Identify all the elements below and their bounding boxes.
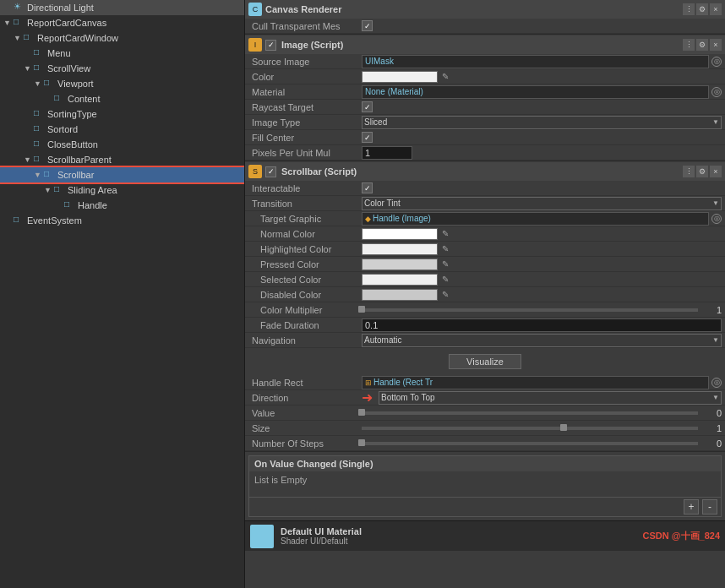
navigation-arrow: ▼ bbox=[712, 336, 719, 344]
raycast-row: Raycast Target bbox=[245, 100, 725, 115]
target-graphic-field[interactable]: ◆ Handle (Image) bbox=[362, 212, 709, 226]
direction-arrow-indicator: ➜ bbox=[362, 389, 373, 406]
image-enabled-checkbox[interactable] bbox=[265, 40, 276, 51]
canvas-renderer-icon: C bbox=[248, 3, 262, 16]
tree-item-sorting-type[interactable]: □SortingType bbox=[0, 106, 244, 122]
size-slider[interactable] bbox=[362, 427, 698, 430]
image-type-value: Sliced bbox=[364, 117, 387, 127]
scrollbar-script-menu-btn[interactable]: ⋮ bbox=[683, 166, 695, 177]
target-graphic-row: Target Graphic ◆ Handle (Image) ◎ bbox=[245, 211, 725, 226]
tree-item-event-system[interactable]: □EventSystem bbox=[0, 213, 244, 228]
event-remove-button[interactable]: - bbox=[702, 499, 717, 514]
navigation-dropdown[interactable]: Automatic ▼ bbox=[362, 334, 722, 347]
size-row: Size 1 bbox=[245, 421, 725, 436]
size-slider-container: 1 bbox=[362, 423, 722, 433]
disabled-color-swatch[interactable] bbox=[362, 289, 438, 301]
tree-arrow-scrollbar: ▼ bbox=[34, 171, 44, 179]
tree-arrow-scroll-view: ▼ bbox=[24, 64, 34, 73]
transition-dropdown[interactable]: Color Tint ▼ bbox=[362, 197, 722, 210]
image-script-close-btn[interactable]: × bbox=[710, 39, 722, 51]
tree-item-handle[interactable]: □Handle bbox=[0, 198, 244, 213]
source-image-field[interactable]: UIMask bbox=[362, 55, 709, 68]
fade-duration-field[interactable] bbox=[362, 318, 722, 332]
image-type-arrow: ▼ bbox=[712, 118, 719, 126]
material-field[interactable]: None (Material) bbox=[362, 85, 709, 99]
image-script-header: I Image (Script) ⋮ ⚙ × bbox=[245, 35, 725, 54]
normal-color-row: Normal Color ✎ bbox=[245, 226, 725, 242]
interactable-label: Interactable bbox=[252, 183, 362, 193]
material-icon bbox=[250, 525, 274, 548]
tree-label-menu: Menu bbox=[47, 48, 71, 58]
disabled-color-pencil[interactable]: ✎ bbox=[442, 290, 449, 299]
tree-item-sliding-area[interactable]: ▼□Sliding Area bbox=[0, 182, 244, 198]
highlighted-color-swatch[interactable] bbox=[362, 243, 438, 255]
left-panel: ☀Directional Light▼□ReportCardCanvas▼□Re… bbox=[0, 0, 245, 588]
source-image-picker[interactable]: ◎ bbox=[711, 57, 722, 67]
handle-rect-field[interactable]: ⊞ Handle (Rect Tr bbox=[362, 376, 709, 389]
visualize-button[interactable]: Visualize bbox=[449, 354, 521, 369]
cull-transparent-checkbox[interactable] bbox=[362, 20, 373, 31]
size-num: 1 bbox=[700, 423, 722, 433]
cull-transparent-row: Cull Transparent Mes bbox=[245, 19, 725, 34]
canvas-renderer-title: Canvas Renderer bbox=[265, 4, 679, 14]
event-add-button[interactable]: + bbox=[684, 499, 699, 514]
transition-arrow: ▼ bbox=[712, 199, 719, 207]
tree-label-report-card-canvas: ReportCardCanvas bbox=[27, 18, 106, 28]
target-graphic-picker[interactable]: ◎ bbox=[711, 214, 722, 224]
highlighted-color-pencil[interactable]: ✎ bbox=[442, 244, 449, 253]
tree-item-scroll-view[interactable]: ▼□ScrollView bbox=[0, 61, 244, 76]
tree-item-viewport[interactable]: ▼□Viewport bbox=[0, 76, 244, 91]
pressed-color-pencil[interactable]: ✎ bbox=[442, 259, 449, 269]
canvas-renderer-settings-btn[interactable]: ⚙ bbox=[696, 3, 708, 15]
tree-item-report-card-canvas[interactable]: ▼□ReportCardCanvas bbox=[0, 15, 244, 30]
tree-item-menu[interactable]: □Menu bbox=[0, 46, 244, 61]
interactable-checkbox[interactable] bbox=[362, 182, 373, 193]
material-picker[interactable]: ◎ bbox=[711, 87, 722, 97]
color-multiplier-slider[interactable] bbox=[362, 308, 698, 312]
event-section: On Value Changed (Single) List is Empty … bbox=[248, 455, 722, 517]
selected-color-swatch[interactable] bbox=[362, 274, 438, 286]
image-script-menu-btn[interactable]: ⋮ bbox=[683, 39, 695, 51]
normal-color-swatch[interactable] bbox=[362, 228, 438, 240]
tree-item-directional-light[interactable]: ☀Directional Light bbox=[0, 0, 244, 15]
color-multiplier-slider-container: 1 bbox=[362, 305, 722, 315]
scrollbar-script-close-btn[interactable]: × bbox=[710, 166, 722, 177]
transition-value: Color Tint bbox=[364, 199, 401, 208]
value-slider[interactable] bbox=[362, 411, 698, 415]
pixels-field[interactable] bbox=[362, 146, 412, 160]
fill-center-label: Fill Center bbox=[252, 133, 362, 143]
event-section-footer: + - bbox=[249, 497, 721, 516]
tree-item-scrollbar[interactable]: ▼□Scrollbar bbox=[0, 167, 244, 182]
fill-center-checkbox[interactable] bbox=[362, 132, 373, 143]
tree-icon-report-card-canvas: □ bbox=[14, 17, 25, 29]
canvas-renderer-header: C Canvas Renderer ⋮ ⚙ × bbox=[245, 0, 725, 19]
image-color-pencil[interactable]: ✎ bbox=[442, 72, 449, 81]
scrollbar-enabled-checkbox[interactable] bbox=[265, 166, 276, 177]
color-multiplier-label: Color Multiplier bbox=[252, 305, 362, 315]
tree-item-report-card-window[interactable]: ▼□ReportCardWindow bbox=[0, 30, 244, 46]
pressed-color-swatch[interactable] bbox=[362, 259, 438, 270]
direction-dropdown[interactable]: Bottom To Top ▼ bbox=[379, 391, 722, 405]
tree-item-close-button[interactable]: □CloseButton bbox=[0, 137, 244, 152]
tree-item-content[interactable]: □Content bbox=[0, 91, 244, 106]
tree-item-sortord[interactable]: □Sortord bbox=[0, 122, 244, 137]
normal-color-pencil[interactable]: ✎ bbox=[442, 229, 449, 238]
image-type-dropdown[interactable]: Sliced ▼ bbox=[362, 116, 722, 129]
steps-row: Number Of Steps 0 bbox=[245, 436, 725, 451]
pressed-color-label: Pressed Color bbox=[252, 259, 362, 270]
tree-item-scrollbar-parent[interactable]: ▼□ScrollbarParent bbox=[0, 152, 244, 167]
raycast-checkbox[interactable] bbox=[362, 101, 373, 112]
canvas-renderer-close-btn[interactable]: × bbox=[710, 3, 722, 15]
handle-rect-picker[interactable]: ◎ bbox=[711, 378, 722, 388]
tree-icon-event-system: □ bbox=[14, 215, 25, 226]
scrollbar-script-settings-btn[interactable]: ⚙ bbox=[696, 166, 708, 177]
image-script-settings-btn[interactable]: ⚙ bbox=[696, 39, 708, 51]
steps-slider[interactable] bbox=[362, 442, 698, 445]
tree-icon-sorting-type: □ bbox=[34, 108, 46, 120]
fill-center-row: Fill Center bbox=[245, 130, 725, 145]
navigation-value: Automatic bbox=[364, 335, 401, 345]
canvas-renderer-menu-btn[interactable]: ⋮ bbox=[683, 3, 695, 15]
material-name: Default UI Material bbox=[281, 526, 636, 536]
image-color-swatch[interactable] bbox=[362, 71, 438, 83]
selected-color-pencil[interactable]: ✎ bbox=[442, 275, 449, 284]
